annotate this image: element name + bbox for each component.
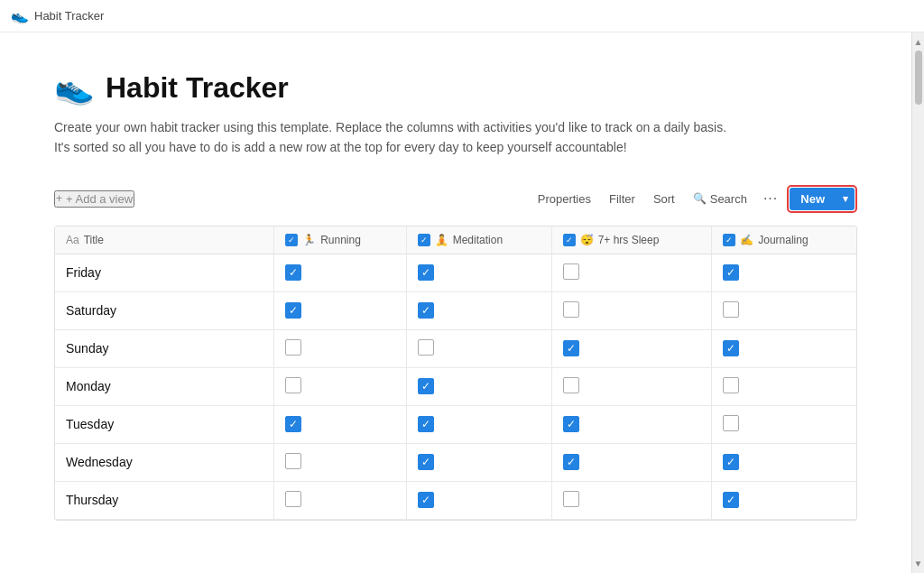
checkbox-running[interactable] — [285, 377, 301, 393]
table-row: Sunday✓✓ — [55, 329, 856, 367]
checkbox-meditation[interactable]: ✓ — [418, 264, 434, 281]
cell-running — [274, 443, 407, 481]
checkbox-running[interactable] — [285, 491, 301, 507]
table-row: Monday✓ — [55, 367, 856, 405]
filter-label: Filter — [609, 192, 635, 206]
scroll-up-arrow[interactable]: ▲ — [911, 34, 924, 50]
new-button[interactable]: New ▾ — [790, 188, 855, 210]
checkbox-running[interactable] — [285, 339, 301, 356]
cell-journaling: ✓ — [712, 481, 856, 519]
checkbox-running[interactable] — [285, 453, 301, 469]
title-col-icon: Aa — [66, 234, 79, 246]
new-button-wrapper: New ▾ — [787, 185, 857, 213]
checkbox-sleep[interactable] — [563, 377, 579, 393]
table-row: Wednesday✓✓✓ — [55, 443, 856, 481]
more-options-button[interactable]: ··· — [758, 187, 783, 210]
checkbox-journaling[interactable]: ✓ — [723, 454, 739, 470]
checkbox-running[interactable]: ✓ — [285, 416, 301, 432]
cell-meditation: ✓ — [406, 367, 551, 405]
filter-button[interactable]: Filter — [602, 189, 642, 209]
cell-sleep — [551, 367, 712, 405]
scrollbar-thumb[interactable] — [915, 51, 922, 105]
cell-running: ✓ — [274, 291, 407, 329]
journaling-col-emoji: ✍️ — [740, 234, 753, 246]
sleep-col-checkbox[interactable]: ✓ — [563, 234, 576, 246]
cell-title: Friday — [55, 254, 274, 291]
meditation-col-checkbox[interactable]: ✓ — [418, 234, 430, 246]
cell-sleep — [551, 254, 712, 291]
page-title: Habit Tracker — [106, 71, 289, 105]
search-button[interactable]: 🔍 Search — [686, 189, 754, 209]
checkbox-meditation[interactable]: ✓ — [418, 302, 434, 319]
sort-button[interactable]: Sort — [646, 189, 682, 209]
checkbox-sleep[interactable] — [563, 491, 579, 507]
checkbox-meditation[interactable]: ✓ — [418, 454, 434, 470]
cell-journaling — [712, 291, 856, 329]
col-sleep: ✓ 😴 7+ hrs Sleep — [551, 226, 712, 254]
checkbox-sleep[interactable]: ✓ — [563, 416, 579, 432]
cell-meditation: ✓ — [406, 481, 551, 519]
cell-running — [274, 481, 407, 519]
table-row: Saturday✓✓ — [55, 291, 856, 329]
cell-sleep — [551, 291, 712, 329]
scroll-down-arrow[interactable]: ▼ — [911, 556, 924, 571]
cell-title: Sunday — [55, 329, 274, 367]
checkbox-journaling[interactable] — [723, 301, 739, 318]
properties-button[interactable]: Properties — [531, 189, 598, 209]
cell-sleep — [551, 481, 712, 519]
add-view-button[interactable]: + + Add a view — [54, 190, 134, 208]
meditation-col-label: Meditation — [453, 234, 503, 246]
page-title-emoji: 👟 — [54, 69, 95, 106]
toolbar-actions: Properties Filter Sort 🔍 Search ··· — [531, 185, 857, 213]
checkbox-meditation[interactable]: ✓ — [418, 492, 434, 508]
page-header: 👟 Habit Tracker Create your own habit tr… — [54, 69, 857, 158]
checkbox-sleep[interactable]: ✓ — [563, 340, 579, 356]
search-icon: 🔍 — [693, 192, 707, 205]
checkbox-meditation[interactable]: ✓ — [418, 416, 434, 432]
checkbox-journaling[interactable] — [723, 415, 739, 431]
col-journaling: ✓ ✍️ Journaling — [712, 226, 856, 254]
new-button-label: New — [790, 188, 836, 210]
meditation-col-emoji: 🧘 — [435, 234, 448, 246]
checkbox-journaling[interactable] — [723, 377, 739, 393]
checkbox-journaling[interactable]: ✓ — [723, 492, 739, 508]
cell-running — [274, 367, 407, 405]
plus-icon: + — [56, 192, 62, 205]
cell-title: Saturday — [55, 291, 274, 329]
cell-journaling — [712, 367, 856, 405]
search-label: Search — [710, 192, 747, 206]
cell-title: Wednesday — [55, 443, 274, 481]
scrollbar[interactable]: ▲ ▼ — [911, 32, 924, 573]
title-bar-title: Habit Tracker — [34, 9, 104, 23]
new-button-caret[interactable]: ▾ — [836, 189, 855, 209]
checkbox-running[interactable]: ✓ — [285, 302, 301, 319]
cell-title: Thursday — [55, 481, 274, 519]
checkbox-running[interactable]: ✓ — [285, 264, 301, 281]
cell-sleep: ✓ — [551, 443, 712, 481]
cell-running: ✓ — [274, 405, 407, 443]
checkbox-sleep[interactable] — [563, 301, 579, 318]
col-running: ✓ 🏃 Running — [274, 226, 407, 254]
content-area: 👟 Habit Tracker Create your own habit tr… — [0, 32, 911, 573]
cell-title: Tuesday — [55, 405, 274, 443]
page-description: Create your own habit tracker using this… — [54, 117, 731, 158]
cell-meditation — [406, 329, 551, 367]
cell-running: ✓ — [274, 254, 407, 291]
checkbox-sleep[interactable]: ✓ — [563, 454, 579, 470]
journaling-col-checkbox[interactable]: ✓ — [723, 234, 735, 246]
running-col-label: Running — [320, 234, 361, 246]
checkbox-journaling[interactable]: ✓ — [723, 264, 739, 281]
title-bar-icon: 👟 — [11, 7, 29, 24]
title-col-label: Title — [84, 234, 104, 246]
checkbox-meditation[interactable]: ✓ — [418, 378, 434, 394]
checkbox-journaling[interactable]: ✓ — [723, 340, 739, 356]
sleep-col-emoji: 😴 — [580, 234, 594, 246]
running-col-checkbox[interactable]: ✓ — [285, 234, 298, 246]
checkbox-meditation[interactable] — [418, 339, 434, 356]
table-row: Tuesday✓✓✓ — [55, 405, 856, 443]
table-row: Thursday✓✓ — [55, 481, 856, 519]
toolbar: + + Add a view Properties Filter Sort 🔍 … — [54, 180, 857, 218]
checkbox-sleep[interactable] — [563, 263, 579, 280]
cell-journaling: ✓ — [712, 329, 856, 367]
cell-running — [274, 329, 407, 367]
